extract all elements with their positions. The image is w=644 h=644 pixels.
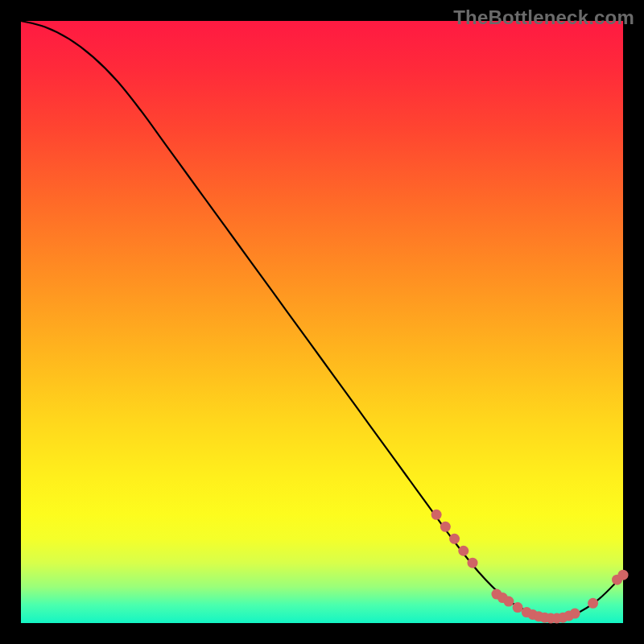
chart-canvas: TheBottleneck.com <box>0 0 644 644</box>
data-marker <box>440 522 451 532</box>
data-marker <box>503 597 514 607</box>
data-marker <box>468 558 478 568</box>
watermark-text: TheBottleneck.com <box>453 6 634 29</box>
data-marker <box>449 534 460 544</box>
plot-area <box>21 21 623 623</box>
data-marker <box>618 570 629 580</box>
chart-svg <box>21 21 623 623</box>
data-curve <box>21 21 623 618</box>
data-marker <box>458 546 469 556</box>
data-marker <box>513 602 523 613</box>
data-marker <box>431 510 442 520</box>
data-markers <box>431 510 629 624</box>
data-marker <box>588 598 598 609</box>
data-marker <box>570 609 580 619</box>
